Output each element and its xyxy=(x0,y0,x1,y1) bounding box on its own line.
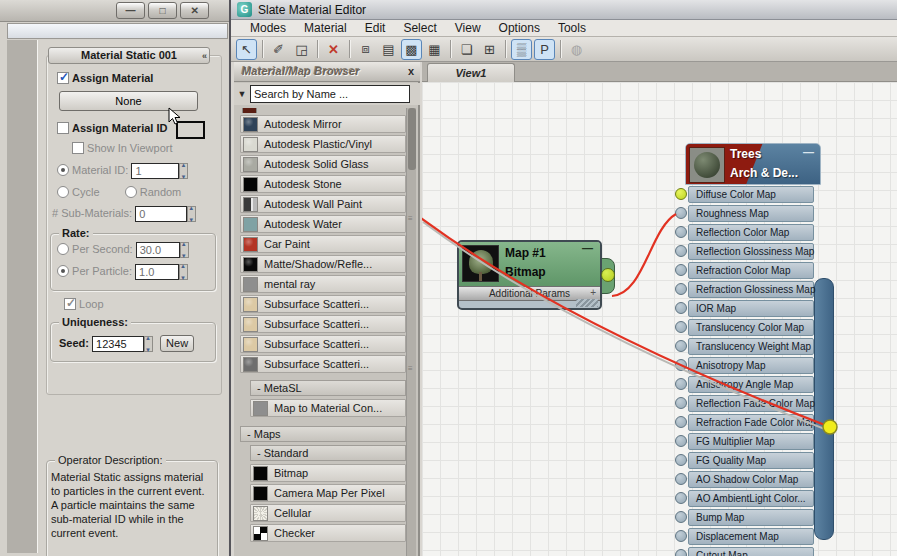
hidden-node-side-bar[interactable] xyxy=(814,278,834,540)
per-second-field[interactable]: 30.0 xyxy=(136,242,180,258)
tab-view1[interactable]: View1 xyxy=(427,63,515,82)
browser-item[interactable]: Checker xyxy=(250,524,406,542)
trees-material-thumbnail[interactable] xyxy=(689,147,725,183)
trees-slot-ao-shadow-color-map[interactable]: AO Shadow Color Map xyxy=(688,471,814,488)
show-background-icon[interactable]: ▦ xyxy=(424,39,445,60)
seed-new-button[interactable]: New xyxy=(160,335,194,352)
browser-item[interactable]: mental ray xyxy=(240,275,406,293)
minimize-button[interactable]: — xyxy=(116,2,145,19)
slot-input-socket[interactable] xyxy=(675,321,687,333)
browser-item[interactable]: Autodesk Solid Glass xyxy=(240,155,406,173)
slot-input-socket[interactable] xyxy=(675,226,687,238)
assign-material-id-checkbox[interactable] xyxy=(57,122,69,134)
close-button[interactable]: ✕ xyxy=(180,2,209,19)
per-second-radio[interactable] xyxy=(57,243,69,255)
browser-item[interactable]: Subsurface Scatteri... xyxy=(240,315,406,333)
trees-slot-bump-map[interactable]: Bump Map xyxy=(688,509,814,526)
parameter-editor-toggle-icon[interactable]: P xyxy=(534,39,555,60)
slot-input-socket[interactable] xyxy=(675,416,687,428)
slot-input-socket[interactable] xyxy=(675,397,687,409)
menu-select[interactable]: Select xyxy=(394,21,445,35)
assign-material-to-selection-icon[interactable]: ◲ xyxy=(291,39,312,60)
trees-slot-displacement-map[interactable]: Displacement Map xyxy=(688,528,814,545)
layout-all-icon[interactable]: ❏ xyxy=(456,39,477,60)
search-input[interactable] xyxy=(250,85,410,103)
map1-node-body[interactable]: Map #1 Bitmap — Additional Params + xyxy=(457,240,602,310)
trees-slot-refraction-color-map[interactable]: Refraction Color Map xyxy=(688,262,814,279)
trees-slot-cutout-map[interactable]: Cutout Map xyxy=(688,547,814,556)
slot-input-socket[interactable] xyxy=(675,207,687,219)
trees-slot-diffuse-color-map[interactable]: Diffuse Color Map xyxy=(688,186,814,203)
browser-item[interactable]: Subsurface Scatteri... xyxy=(240,295,406,313)
collapse-chevron-icon[interactable]: « xyxy=(202,49,205,64)
browser-item[interactable]: Autodesk Wall Paint xyxy=(240,195,406,213)
map1-bitmap-thumbnail[interactable] xyxy=(462,245,499,282)
trees-slot-refraction-fade-color-map[interactable]: Refraction Fade Color Map xyxy=(688,414,814,431)
slot-input-socket[interactable] xyxy=(675,378,687,390)
slot-input-socket[interactable] xyxy=(675,492,687,504)
seed-field[interactable]: 12345 xyxy=(92,336,144,352)
per-second-spinner[interactable] xyxy=(180,242,189,258)
move-children-icon[interactable]: ⧈ xyxy=(355,39,376,60)
browser-item[interactable]: Subsurface Scatteri... xyxy=(240,355,406,373)
browser-item[interactable]: Matte/Shadow/Refle... xyxy=(240,255,406,273)
delete-selected-icon[interactable]: ✕ xyxy=(323,39,344,60)
map1-collapse-icon[interactable]: — xyxy=(582,242,593,254)
search-options-dropdown-icon[interactable]: ▼ xyxy=(234,89,250,99)
trees-slot-roughness-map[interactable]: Roughness Map xyxy=(688,205,814,222)
browser-group-standard[interactable]: - Standard xyxy=(250,445,406,461)
browser-item[interactable]: Car Paint xyxy=(240,235,406,253)
map1-resize-grip[interactable] xyxy=(576,299,598,307)
trees-slot-fg-multiplier-map[interactable]: FG Multiplier Map xyxy=(688,433,814,450)
slot-input-socket[interactable] xyxy=(675,549,687,556)
browser-item[interactable]: Autodesk Plastic/Vinyl xyxy=(240,135,406,153)
browser-item[interactable]: Cellular xyxy=(250,504,406,522)
random-radio[interactable] xyxy=(125,186,137,198)
map1-expand-plus-icon[interactable]: + xyxy=(590,286,596,300)
browser-item[interactable]: Autodesk Stone xyxy=(240,175,406,193)
browser-group-maps[interactable]: - Maps xyxy=(240,426,406,442)
browser-header[interactable]: Material/Map Browser x xyxy=(234,62,420,82)
sub-materials-spinner[interactable] xyxy=(187,206,196,222)
browser-item[interactable]: Subsurface Scatteri... xyxy=(240,335,406,353)
material-id-field[interactable]: 1 xyxy=(131,163,179,179)
seed-spinner[interactable] xyxy=(144,336,153,352)
menu-tools[interactable]: Tools xyxy=(549,21,595,35)
trees-slot-anisotropy-angle-map[interactable]: Anisotropy Angle Map xyxy=(688,376,814,393)
menu-view[interactable]: View xyxy=(446,21,490,35)
slot-input-socket[interactable] xyxy=(675,511,687,523)
trees-slot-reflection-fade-color-map[interactable]: Reflection Fade Color Map xyxy=(688,395,814,412)
material-id-spinner[interactable] xyxy=(179,163,188,179)
browser-group-metasl[interactable]: - MetaSL xyxy=(250,380,406,396)
trees-node-header[interactable]: Trees Arch & De... — xyxy=(685,143,821,185)
browser-item[interactable]: Map to Material Con... xyxy=(250,399,406,417)
browser-item[interactable]: Bitmap xyxy=(250,464,406,482)
assign-material-checkbox[interactable]: ✓ xyxy=(57,72,69,84)
slot-input-socket[interactable] xyxy=(675,264,687,276)
rollout-header[interactable]: Material Static 001 « xyxy=(48,47,210,64)
sub-materials-field[interactable]: 0 xyxy=(135,206,187,222)
select-tool-icon[interactable]: ↖ xyxy=(236,39,257,60)
slot-input-socket[interactable] xyxy=(675,473,687,485)
slot-input-socket[interactable] xyxy=(675,188,687,200)
pick-material-eyedropper-icon[interactable]: ✐ xyxy=(268,39,289,60)
particle-view-titlebar[interactable]: — □ ✕ xyxy=(0,0,229,22)
scrollbar-thumb[interactable] xyxy=(408,108,416,170)
trees-slot-reflection-color-map[interactable]: Reflection Color Map xyxy=(688,224,814,241)
per-particle-radio[interactable] xyxy=(57,265,69,277)
trees-slot-refraction-glossiness-map[interactable]: Refraction Glossiness Map xyxy=(688,281,814,298)
browser-item[interactable]: Autodesk Water xyxy=(240,215,406,233)
cycle-radio[interactable] xyxy=(57,186,69,198)
pan-to-selected-icon[interactable]: ◍ xyxy=(566,39,587,60)
slot-input-socket[interactable] xyxy=(675,435,687,447)
map1-output-socket[interactable] xyxy=(601,268,615,282)
browser-item-partial[interactable] xyxy=(240,108,406,113)
show-shaded-material-icon[interactable]: ▩ xyxy=(401,39,422,60)
map1-node[interactable]: Map #1 Bitmap — Additional Params + xyxy=(457,240,602,310)
show-grid-icon[interactable]: ▒ xyxy=(511,39,532,60)
browser-item[interactable]: Camera Map Per Pixel xyxy=(250,484,406,502)
slot-input-socket[interactable] xyxy=(675,340,687,352)
browser-close-icon[interactable]: x xyxy=(408,65,414,77)
menu-edit[interactable]: Edit xyxy=(356,21,395,35)
slate-titlebar[interactable]: G Slate Material Editor xyxy=(231,0,897,20)
